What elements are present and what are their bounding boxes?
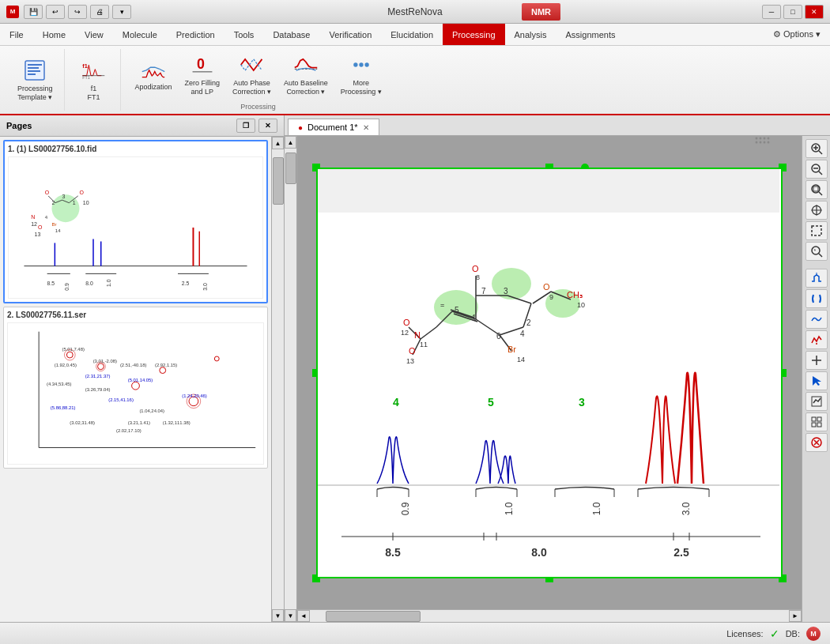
doc-tab-close[interactable]: ✕ bbox=[363, 123, 369, 132]
svg-point-80 bbox=[760, 141, 762, 144]
phase-btn[interactable] bbox=[805, 330, 828, 349]
window-controls: ─ □ ✕ bbox=[762, 5, 824, 19]
close-btn[interactable]: ✕ bbox=[805, 5, 824, 19]
more-processing-btn[interactable]: MoreProcessing ▾ bbox=[336, 49, 387, 100]
auto-baseline-btn[interactable]: Auto BaselineCorrection ▾ bbox=[279, 49, 333, 100]
zoom-region-btn[interactable] bbox=[805, 180, 828, 199]
menu-options[interactable]: ⚙ Options ▾ bbox=[764, 24, 830, 45]
licenses-label: Licenses: bbox=[726, 629, 763, 638]
scroll-thumb[interactable] bbox=[285, 153, 296, 184]
menu-tools[interactable]: Tools bbox=[224, 24, 264, 45]
ft-icon: f1 FT1 bbox=[81, 58, 107, 83]
svg-text:8: 8 bbox=[476, 273, 480, 281]
svg-text:3: 3 bbox=[579, 396, 585, 409]
page-item-1[interactable]: 1. (1) LS00027756.10.fid O 2 3 1 bbox=[3, 140, 268, 303]
pages-panel-content: 1. (1) LS00027756.10.fid O 2 3 1 bbox=[0, 137, 271, 622]
svg-text:4: 4 bbox=[45, 214, 48, 220]
svg-text:8.5: 8.5 bbox=[385, 546, 401, 559]
svg-text:5: 5 bbox=[455, 306, 459, 314]
resize-handle[interactable] bbox=[754, 136, 773, 145]
menu-view[interactable]: View bbox=[75, 24, 113, 45]
pages-scroll-thumb[interactable] bbox=[273, 157, 284, 205]
zoom-out-btn[interactable] bbox=[805, 160, 828, 179]
svg-text:(2.31,21.37): (2.31,21.37) bbox=[85, 374, 111, 378]
svg-rect-160 bbox=[813, 186, 818, 191]
maximize-btn[interactable]: □ bbox=[783, 5, 802, 19]
action-red-btn[interactable] bbox=[805, 433, 828, 452]
menu-molecule[interactable]: Molecule bbox=[113, 24, 167, 45]
grid-btn[interactable] bbox=[805, 412, 828, 431]
h-scroll-left[interactable]: ◄ bbox=[297, 610, 310, 622]
svg-text:O: O bbox=[45, 190, 50, 195]
pan-btn[interactable] bbox=[805, 201, 828, 220]
auto-phase-btn[interactable]: Auto PhaseCorrection ▾ bbox=[228, 49, 276, 100]
svg-text:12: 12 bbox=[401, 329, 409, 337]
h-scroll-thumb[interactable] bbox=[326, 611, 421, 622]
svg-text:(1.04,24.04): (1.04,24.04) bbox=[139, 409, 164, 413]
svg-text:FT1: FT1 bbox=[82, 75, 90, 80]
pages-header-controls: ❐ ✕ bbox=[236, 119, 277, 133]
svg-rect-46 bbox=[8, 324, 263, 463]
menu-database[interactable]: Database bbox=[263, 24, 319, 45]
chart-btn[interactable] bbox=[805, 392, 828, 411]
menu-file[interactable]: File bbox=[0, 24, 33, 45]
scroll-down-btn[interactable]: ▼ bbox=[285, 609, 296, 622]
svg-point-11 bbox=[359, 62, 363, 66]
redo-btn[interactable]: ↪ bbox=[68, 5, 87, 19]
ribbon-group-processing: Apodization 0 Zero Fillingand LP bbox=[124, 49, 393, 111]
print-btn[interactable]: 🖨 bbox=[90, 5, 109, 19]
auto-phase-label: Auto PhaseCorrection ▾ bbox=[232, 79, 271, 96]
h-scrollbar[interactable]: ◄ ► bbox=[297, 609, 802, 622]
ft-btn[interactable]: f1 FT1 f1FT1 bbox=[74, 55, 114, 105]
ft-label: f1FT1 bbox=[88, 85, 100, 102]
pages-scroll-down[interactable]: ▼ bbox=[272, 609, 284, 622]
integral-btn[interactable] bbox=[805, 289, 828, 308]
cursor-btn[interactable] bbox=[805, 371, 828, 390]
menu-elucidation[interactable]: Elucidation bbox=[381, 24, 443, 45]
doc-tab-1[interactable]: ● Document 1* ✕ bbox=[288, 119, 379, 135]
svg-text:6: 6 bbox=[496, 332, 501, 341]
minimize-btn[interactable]: ─ bbox=[762, 5, 781, 19]
menu-assignments[interactable]: Assignments bbox=[556, 24, 625, 45]
pages-scroll-track[interactable] bbox=[272, 149, 284, 609]
auto-baseline-icon bbox=[293, 52, 319, 77]
zoom-in-btn[interactable] bbox=[805, 139, 828, 158]
menu-processing[interactable]: Processing bbox=[443, 24, 504, 45]
svg-text:3: 3 bbox=[504, 287, 508, 296]
ribbon-items-template: ProcessingTemplate ▾ bbox=[13, 49, 58, 111]
svg-text:O: O bbox=[38, 224, 43, 230]
crosshair-btn[interactable] bbox=[805, 351, 828, 370]
pages-scroll-up[interactable]: ▲ bbox=[272, 137, 284, 149]
processing-group-label: Processing bbox=[240, 101, 276, 112]
canvas-wrapper: ▲ ▼ bbox=[285, 136, 830, 622]
processing-template-btn[interactable]: ProcessingTemplate ▾ bbox=[13, 55, 58, 105]
right-toolbar: * bbox=[802, 136, 830, 622]
title-bar: M 💾 ↩ ↪ 🖨 ▾ MestReNova NMR ─ □ ✕ bbox=[0, 0, 830, 24]
svg-rect-169 bbox=[812, 397, 821, 406]
apodization-btn[interactable]: Apodization bbox=[130, 53, 177, 95]
page-1-preview: O 2 3 1 O 10 N 12 bbox=[8, 156, 263, 299]
peak-pick-btn[interactable] bbox=[805, 269, 828, 288]
save-btn[interactable]: 💾 bbox=[24, 5, 43, 19]
svg-text:CH₃: CH₃ bbox=[567, 290, 583, 299]
page-item-2[interactable]: 2. LS00027756.11.ser bbox=[3, 307, 268, 469]
menu-verification[interactable]: Verification bbox=[319, 24, 381, 45]
zoom-fit-btn[interactable]: * bbox=[805, 242, 828, 261]
ribbon-items-ft: f1 FT1 f1FT1 bbox=[74, 49, 114, 111]
v-scrollbar[interactable]: ▲ ▼ bbox=[285, 136, 297, 622]
pages-scrollbar[interactable]: ▲ ▼ bbox=[271, 137, 284, 622]
more-btn[interactable]: ▾ bbox=[112, 5, 131, 19]
undo-btn[interactable]: ↩ bbox=[46, 5, 65, 19]
pages-close-btn[interactable]: ✕ bbox=[258, 119, 277, 133]
select-btn[interactable] bbox=[805, 221, 828, 240]
svg-text:7: 7 bbox=[481, 287, 486, 296]
h-scroll-right[interactable]: ► bbox=[789, 610, 802, 622]
smooth-btn[interactable] bbox=[805, 310, 828, 329]
menu-prediction[interactable]: Prediction bbox=[167, 24, 224, 45]
scroll-up-btn[interactable]: ▲ bbox=[285, 136, 296, 149]
zero-filling-btn[interactable]: 0 Zero Fillingand LP bbox=[180, 49, 225, 100]
pages-restore-btn[interactable]: ❐ bbox=[236, 119, 255, 133]
menu-analysis[interactable]: Analysis bbox=[505, 24, 556, 45]
menu-home[interactable]: Home bbox=[33, 24, 75, 45]
svg-point-75 bbox=[756, 137, 758, 140]
